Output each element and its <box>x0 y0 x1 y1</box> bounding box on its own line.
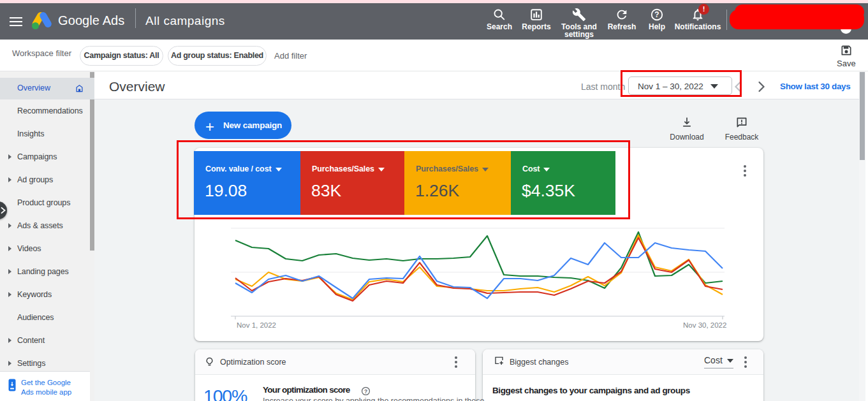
svg-text:?: ? <box>364 388 367 395</box>
svg-text:?: ? <box>654 10 659 19</box>
